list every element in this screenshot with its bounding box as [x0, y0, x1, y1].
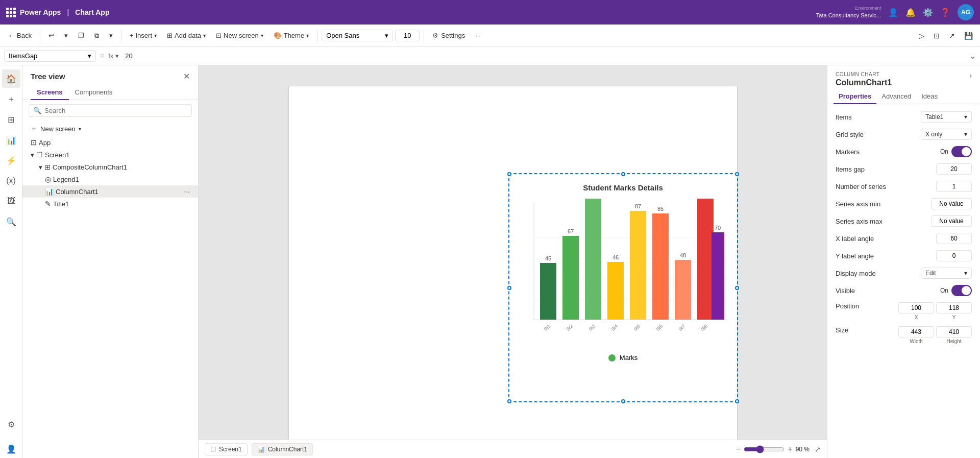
back-label: Back	[17, 32, 32, 39]
theme-button[interactable]: 🎨 Theme ▾	[270, 30, 313, 41]
size-height-input[interactable]	[936, 326, 972, 338]
handle-tm[interactable]	[621, 172, 625, 176]
undo-button[interactable]: ↩	[44, 30, 58, 41]
zoom-slider[interactable]	[744, 445, 785, 453]
sidebar-media-icon[interactable]: 🖼	[2, 192, 20, 210]
size-width-input[interactable]	[898, 326, 934, 338]
share-icon[interactable]: ↗	[946, 30, 958, 42]
search-input[interactable]	[44, 107, 187, 114]
formula-fx: fx ▾	[108, 52, 119, 60]
items-gap-input[interactable]	[936, 163, 972, 175]
series-max-input[interactable]	[931, 215, 972, 227]
sidebar-home-icon[interactable]: 🏠	[2, 69, 20, 88]
panel-collapse-icon[interactable]: ›	[969, 71, 972, 80]
tree-tab-screens[interactable]: Screens	[31, 85, 69, 100]
zoom-in-button[interactable]: +	[788, 445, 792, 454]
notification-icon[interactable]: 🔔	[905, 8, 916, 17]
formula-expand-icon[interactable]: ⌄	[969, 51, 976, 61]
visible-toggle[interactable]	[951, 285, 972, 296]
screen-tab[interactable]: ☐ Screen1	[205, 443, 248, 455]
help-icon[interactable]: ❓	[940, 8, 950, 17]
display-mode-dropdown[interactable]: Edit ▾	[921, 268, 972, 279]
sidebar-add-icon[interactable]: ＋	[2, 90, 20, 108]
chart-wrapper[interactable]: Student Marks Details 45	[513, 178, 733, 361]
undo-dropdown[interactable]: ▾	[60, 30, 72, 41]
canvas-bottom: ☐ Screen1 📊 ColumnChart1 − + 90 % ⤢	[199, 440, 827, 458]
prop-y-angle-label: Y label angle	[836, 252, 911, 260]
position-y-input[interactable]	[936, 302, 972, 314]
zoom-out-button[interactable]: −	[736, 445, 741, 454]
bar-st1	[540, 263, 556, 320]
prop-num-series: Number of series	[827, 178, 980, 195]
handle-br[interactable]	[735, 399, 739, 403]
insert-button[interactable]: + Insert ▾	[126, 30, 161, 41]
handle-tl[interactable]	[507, 172, 511, 176]
preview-icon[interactable]: ▷	[916, 30, 927, 42]
publish-icon[interactable]: ⊡	[930, 30, 943, 42]
profile-icon[interactable]: 👤	[888, 8, 898, 17]
formula-input[interactable]	[123, 51, 965, 61]
tree-item-title[interactable]: ✎ Title1	[22, 198, 198, 210]
item-more-icon[interactable]: ···	[184, 187, 190, 196]
tree-item-columnchart[interactable]: 📊 ColumnChart1 ···	[22, 185, 198, 198]
y-angle-input[interactable]	[936, 250, 972, 261]
add-data-label: Add data	[175, 32, 201, 39]
fit-screen-icon[interactable]: ⤢	[815, 445, 821, 453]
settings-button[interactable]: ⚙ Settings	[428, 30, 469, 41]
avatar[interactable]: AG	[958, 4, 974, 20]
paste-button[interactable]: ⧉	[90, 30, 103, 42]
sidebar-settings-icon[interactable]: ⚙	[2, 415, 20, 433]
rp-tab-properties[interactable]: Properties	[834, 89, 876, 104]
save-icon[interactable]: 💾	[961, 30, 976, 42]
items-dropdown[interactable]: Table1 ▾	[921, 111, 972, 123]
undo-icon: ↩	[48, 32, 54, 39]
new-screen-button[interactable]: ⊡ New screen ▾	[212, 30, 267, 41]
sidebar-var-icon[interactable]: (x)	[2, 172, 20, 190]
handle-bl[interactable]	[507, 399, 511, 403]
add-data-button[interactable]: ⊞ Add data ▾	[163, 30, 210, 41]
rp-tab-advanced[interactable]: Advanced	[876, 89, 916, 104]
tree-close-icon[interactable]: ✕	[183, 71, 190, 81]
toolbar: ← Back ↩ ▾ ❐ ⧉ ▾ + Insert ▾ ⊞ Add data ▾…	[0, 25, 980, 47]
font-size-input[interactable]	[395, 30, 420, 41]
sidebar-search-icon[interactable]: 🔍	[2, 212, 20, 231]
x-angle-input[interactable]	[936, 233, 972, 244]
rp-tab-ideas[interactable]: Ideas	[916, 89, 943, 104]
right-panel-tabs: Properties Advanced Ideas	[827, 89, 980, 104]
canvas-scroll[interactable]: Student Marks Details 45	[199, 65, 827, 440]
position-x-input[interactable]	[898, 302, 934, 314]
canvas-frame: Student Marks Details 45	[288, 86, 738, 440]
num-series-input[interactable]	[936, 181, 972, 192]
tree-item-legend[interactable]: ◎ Legend1	[22, 173, 198, 185]
app-divider: |	[67, 8, 69, 16]
sidebar-data-icon[interactable]: 📊	[2, 131, 20, 149]
series-min-input[interactable]	[931, 198, 972, 209]
handle-mr[interactable]	[735, 286, 739, 290]
tree-item-screen1[interactable]: ▾ ☐ Screen1	[22, 149, 198, 161]
copy-button[interactable]: ❐	[74, 30, 88, 41]
tree-item-app[interactable]: ⊡ App	[22, 136, 198, 149]
new-screen-item-label: New screen	[40, 125, 76, 133]
new-screen-item[interactable]: ＋ New screen ▾	[22, 121, 198, 136]
formula-selector-value: ItemsGap	[9, 52, 37, 60]
bar-st9	[712, 232, 724, 320]
sidebar-flow-icon[interactable]: ⚡	[2, 151, 20, 170]
sidebar-user-icon[interactable]: 👤	[2, 440, 20, 458]
paste-dropdown[interactable]: ▾	[105, 30, 117, 41]
settings-icon[interactable]: ⚙️	[923, 8, 933, 17]
tree-item-composite[interactable]: ▾ ⊞ CompositeColumnChart1	[22, 161, 198, 173]
chart-tab[interactable]: 📊 ColumnChart1	[252, 443, 313, 455]
markers-toggle[interactable]	[951, 146, 972, 157]
tree-title: Tree view	[31, 72, 65, 81]
waffle-icon[interactable]	[6, 8, 16, 17]
sidebar-layers-icon[interactable]: ⊞	[2, 110, 20, 129]
back-button[interactable]: ← Back	[4, 30, 36, 41]
handle-tr[interactable]	[735, 172, 739, 176]
handle-bm[interactable]	[621, 399, 625, 403]
more-button[interactable]: ···	[471, 30, 485, 41]
formula-selector[interactable]: ItemsGap ▾	[4, 50, 96, 62]
tree-tab-components[interactable]: Components	[69, 85, 119, 100]
handle-ml[interactable]	[507, 286, 511, 290]
font-selector[interactable]: Open Sans ▾	[322, 30, 393, 41]
grid-style-dropdown[interactable]: X only ▾	[921, 129, 972, 140]
